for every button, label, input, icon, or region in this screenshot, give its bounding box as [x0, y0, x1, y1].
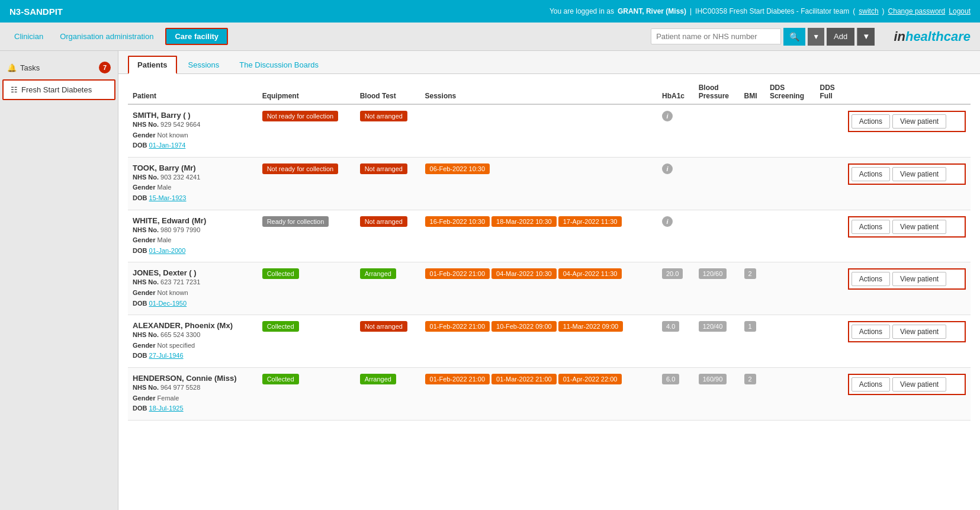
- app-title: N3-SANDPIT: [9, 7, 63, 17]
- table-row: TOOK, Barry (Mr) NHS No. 903 232 4241 Ge…: [128, 157, 971, 210]
- tabs: Patients Sessions The Discussion Boards: [118, 51, 980, 74]
- view-patient-button[interactable]: View patient: [892, 377, 946, 392]
- sessions-td: 01-Feb-2022 21:0010-Feb-2022 09:0011-Mar…: [420, 315, 657, 368]
- patient-name: ALEXANDER, Phoenix (Mx): [133, 321, 253, 330]
- patient-table-wrap: Patient Equipment Blood Test Sessions Hb…: [118, 74, 980, 426]
- add-button[interactable]: Add: [827, 28, 854, 46]
- patient-name: HENDERSON, Connie (Miss): [133, 374, 253, 383]
- search-input[interactable]: [651, 28, 781, 44]
- change-password-link[interactable]: Change password: [888, 7, 946, 15]
- patient-name: WHITE, Edward (Mr): [133, 216, 253, 225]
- info-icon[interactable]: i: [662, 216, 673, 227]
- action-col: Actions View patient: [848, 111, 966, 132]
- col-bmi: BMI: [740, 80, 765, 104]
- blood-test-cell: Arranged: [355, 367, 420, 420]
- actions-button[interactable]: Actions: [852, 272, 890, 286]
- bp-value: 120/60: [699, 268, 727, 279]
- tasks-badge: 7: [99, 62, 111, 73]
- table-row: JONES, Dexter ( ) NHS No. 623 721 7231 G…: [128, 262, 971, 315]
- nav-bar: Clinician Organisation administration Ca…: [0, 23, 980, 51]
- bmi-value: 1: [744, 321, 756, 332]
- nav-care-facility[interactable]: Care facility: [165, 28, 228, 45]
- equipment-cell: Not ready for collection: [258, 104, 355, 157]
- bp-cell: [694, 104, 740, 157]
- search-button[interactable]: 🔍: [783, 28, 805, 46]
- view-patient-button[interactable]: View patient: [892, 114, 946, 129]
- actions-cell: Actions View patient: [843, 157, 971, 210]
- tab-discussion[interactable]: The Discussion Boards: [230, 56, 327, 73]
- equipment-badge: Not ready for collection: [262, 111, 339, 121]
- add-dropdown-button[interactable]: ▼: [857, 28, 875, 46]
- patient-cell: JONES, Dexter ( ) NHS No. 623 721 7231 G…: [128, 262, 258, 315]
- dds-screening-cell: [765, 262, 815, 315]
- equipment-badge: Ready for collection: [262, 216, 329, 227]
- info-icon[interactable]: i: [662, 111, 673, 121]
- nav-org-admin[interactable]: Organisation administration: [55, 30, 158, 43]
- view-patient-button[interactable]: View patient: [892, 220, 946, 234]
- sessions-cell: 06-Feb-2022 10:30: [425, 163, 653, 174]
- bp-value: 120/40: [699, 321, 727, 332]
- col-hba1c: HbA1c: [657, 80, 694, 104]
- tab-patients[interactable]: Patients: [128, 56, 177, 74]
- info-icon[interactable]: i: [662, 163, 673, 174]
- blood-test-cell: Not arranged: [355, 157, 420, 210]
- col-dds-screening: DDSScreening: [765, 80, 815, 104]
- col-sessions: Sessions: [420, 80, 657, 104]
- blood-test-badge: Arranged: [360, 374, 396, 384]
- actions-button[interactable]: Actions: [852, 167, 890, 181]
- patient-name: TOOK, Barry (Mr): [133, 163, 253, 172]
- actions-button[interactable]: Actions: [852, 377, 890, 392]
- nav-clinician[interactable]: Clinician: [9, 30, 48, 43]
- bmi-cell: 1: [740, 315, 765, 368]
- dds-screening-cell: [765, 210, 815, 262]
- actions-button[interactable]: Actions: [852, 325, 890, 339]
- actions-cell: Actions View patient: [843, 315, 971, 368]
- equipment-badge: Collected: [262, 374, 299, 384]
- patient-name: SMITH, Barry ( ): [133, 111, 253, 120]
- hba1c-cell: 20.0: [657, 262, 694, 315]
- session-badge: 01-Apr-2022 22:00: [558, 374, 622, 384]
- dds-full-cell: [815, 367, 843, 420]
- sessions-cell: 16-Feb-2022 10:3018-Mar-2022 10:3017-Apr…: [425, 216, 653, 227]
- dds-screening-cell: [765, 315, 815, 368]
- sessions-td: 01-Feb-2022 21:0004-Mar-2022 10:3004-Apr…: [420, 262, 657, 315]
- sessions-td: 16-Feb-2022 10:3018-Mar-2022 10:3017-Apr…: [420, 210, 657, 262]
- main-content: Patients Sessions The Discussion Boards …: [118, 51, 980, 510]
- equipment-badge: Collected: [262, 321, 299, 332]
- top-bar: N3-SANDPIT You are logged in as GRANT, R…: [0, 0, 980, 23]
- sidebar-program[interactable]: ☷ Fresh Start Diabetes: [2, 79, 115, 100]
- session-badge: 04-Mar-2022 10:30: [491, 268, 557, 279]
- program-label: Fresh Start Diabetes: [21, 85, 92, 94]
- bp-cell: 120/40: [694, 315, 740, 368]
- view-patient-button[interactable]: View patient: [892, 167, 946, 181]
- view-patient-button[interactable]: View patient: [892, 272, 946, 286]
- dds-full-cell: [815, 315, 843, 368]
- col-equipment: Equipment: [258, 80, 355, 104]
- org-info: IHC00358 Fresh Start Diabetes - Facilita…: [695, 7, 849, 15]
- bp-cell: [694, 210, 740, 262]
- action-col: Actions View patient: [848, 163, 966, 185]
- hba1c-value: 4.0: [662, 321, 679, 332]
- actions-cell: Actions View patient: [843, 367, 971, 420]
- col-blood-pressure: BloodPressure: [694, 80, 740, 104]
- tab-sessions[interactable]: Sessions: [179, 56, 229, 73]
- tasks-label: Tasks: [20, 63, 40, 72]
- bmi-cell: [740, 157, 765, 210]
- hba1c-value: 20.0: [662, 268, 683, 279]
- hba1c-value: 6.0: [662, 374, 679, 384]
- actions-button[interactable]: Actions: [852, 114, 890, 129]
- action-col: Actions View patient: [848, 216, 966, 238]
- sessions-td: 01-Feb-2022 21:0001-Mar-2022 21:0001-Apr…: [420, 367, 657, 420]
- col-actions: [843, 80, 971, 104]
- equipment-cell: Collected: [258, 367, 355, 420]
- view-patient-button[interactable]: View patient: [892, 325, 946, 339]
- blood-test-badge: Not arranged: [360, 321, 407, 332]
- table-row: ALEXANDER, Phoenix (Mx) NHS No. 665 524 …: [128, 315, 971, 368]
- patient-cell: ALEXANDER, Phoenix (Mx) NHS No. 665 524 …: [128, 315, 258, 368]
- dds-screening-cell: [765, 367, 815, 420]
- switch-link[interactable]: switch: [859, 7, 878, 15]
- logout-link[interactable]: Logout: [949, 7, 971, 15]
- actions-button[interactable]: Actions: [852, 220, 890, 234]
- search-dropdown-button[interactable]: ▼: [808, 28, 824, 46]
- sidebar-tasks[interactable]: 🔔 Tasks 7: [0, 57, 118, 78]
